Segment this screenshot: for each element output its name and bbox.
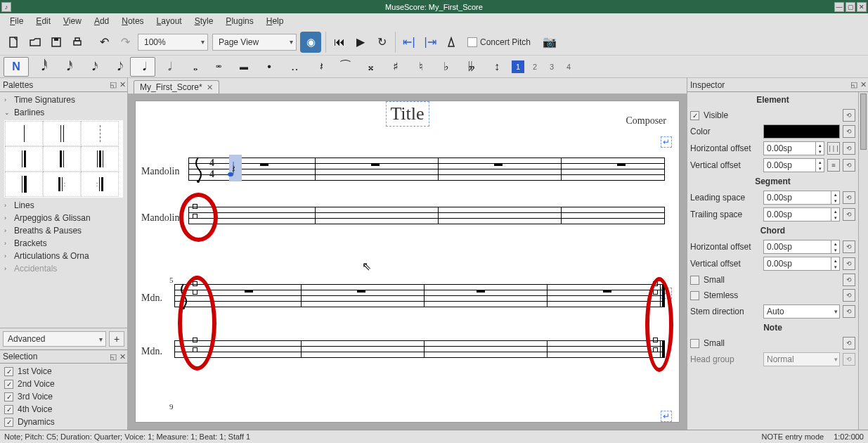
note-small-reset[interactable]: ⟲	[843, 337, 855, 349]
hoffset-extra[interactable]: |||	[827, 142, 840, 155]
barline-normal[interactable]	[5, 121, 43, 146]
small-reset[interactable]: ⟲	[843, 274, 855, 286]
visible-checkbox[interactable]: ✓	[690, 111, 699, 120]
voffset-reset[interactable]: ⟲	[843, 159, 855, 172]
menu-layout[interactable]: Layout	[150, 15, 188, 27]
chord-hoffset-input[interactable]: 0.00sp▴▾	[763, 240, 840, 254]
concert-pitch-checkbox[interactable]	[467, 37, 477, 47]
loop-button[interactable]: ↻	[371, 32, 392, 53]
stemdir-reset[interactable]: ⟲	[843, 305, 855, 318]
selection-float-icon[interactable]: ◱	[110, 352, 117, 361]
open-button[interactable]	[25, 32, 46, 53]
note-small-checkbox[interactable]	[690, 339, 699, 348]
voice3-checkbox[interactable]: ✓	[4, 392, 13, 402]
barline-start-repeat-only[interactable]: :	[43, 172, 81, 197]
palette-brackets[interactable]: ›Brackets	[0, 237, 127, 250]
barline-end-start-repeat[interactable]	[81, 146, 119, 172]
new-button[interactable]	[4, 32, 25, 53]
selection-close-icon[interactable]: ✕	[119, 352, 126, 361]
metronome-button[interactable]	[441, 32, 462, 53]
voice-1[interactable]: 1	[512, 60, 524, 73]
print-button[interactable]	[67, 32, 88, 53]
palette-accidentals[interactable]: ›Accidentals	[0, 262, 127, 275]
rewind-button[interactable]: ⏮	[329, 32, 350, 53]
leading-input[interactable]: 0.00sp▴▾	[763, 191, 840, 205]
flat[interactable]: ♭	[434, 57, 459, 77]
voice1-checkbox[interactable]: ✓	[4, 367, 13, 376]
midi-input-button[interactable]: ◉	[300, 32, 321, 53]
dynamics-checkbox[interactable]: ✓	[4, 418, 13, 427]
sharp[interactable]: ♯	[383, 57, 408, 77]
duration-32nd[interactable]: 𝅘𝅥𝅰	[54, 57, 79, 77]
palette-time-signatures[interactable]: ›Time Signatures	[0, 94, 127, 106]
voice-4[interactable]: 4	[562, 60, 575, 73]
palette-breaths[interactable]: ›Breaths & Pauses	[0, 224, 127, 237]
close-button[interactable]: ✕	[857, 2, 867, 12]
score-composer[interactable]: Composer	[626, 115, 666, 127]
save-button[interactable]	[46, 32, 67, 53]
score-page[interactable]: Title Composer ↵ ↵ ↵ Mandolin Mandolin 4…	[135, 101, 680, 423]
redo-button[interactable]: ↷	[115, 32, 136, 53]
color-picker[interactable]	[763, 124, 840, 139]
small-checkbox[interactable]	[690, 276, 699, 285]
zoom-selector[interactable]: 100%	[138, 34, 208, 51]
duration-breve[interactable]: ⚮	[206, 57, 231, 77]
chord-voffset-input[interactable]: 0.00sp▴▾	[763, 257, 840, 271]
palette-barlines[interactable]: ⌄Barlines	[0, 106, 127, 119]
add-workspace-button[interactable]: +	[109, 331, 124, 347]
document-tab[interactable]: My_First_Score* ✕	[134, 80, 219, 94]
play-button[interactable]: ▶	[350, 32, 371, 53]
loop-in-button[interactable]: ⇤|	[399, 32, 420, 53]
chord-hoffset-reset[interactable]: ⟲	[843, 240, 855, 253]
staff-2[interactable]	[174, 284, 665, 307]
duration-64th[interactable]: 𝅘𝅥𝅱	[29, 57, 54, 77]
menu-add[interactable]: Add	[88, 15, 115, 27]
maximize-button[interactable]: ▢	[846, 2, 855, 12]
duration-8th[interactable]: 𝅘𝅥𝅮	[105, 57, 130, 77]
tie-button[interactable]: ⁀	[332, 57, 358, 77]
tab-close-icon[interactable]: ✕	[207, 83, 213, 92]
barline-end-repeat[interactable]	[5, 146, 43, 172]
palette-lines[interactable]: ›Lines	[0, 199, 127, 212]
staff-1[interactable]: 44 𝄽	[188, 158, 665, 180]
voice2-checkbox[interactable]: ✓	[4, 380, 13, 389]
duration-half[interactable]: 𝅗𝅥	[155, 57, 181, 77]
barline-start-repeat[interactable]	[43, 146, 81, 172]
hoffset-input[interactable]: 0.00sp▴▾	[763, 141, 824, 155]
palettes-close-icon[interactable]: ✕	[119, 80, 126, 89]
barline-final[interactable]	[5, 172, 43, 197]
trailing-input[interactable]: 0.00sp▴▾	[763, 207, 840, 222]
image-capture-button[interactable]: 📷	[539, 32, 560, 53]
duration-quarter[interactable]: 𝅘𝅥	[130, 57, 155, 77]
flip-direction[interactable]: ↕	[484, 57, 510, 77]
color-reset[interactable]: ⟲	[843, 125, 855, 138]
double-sharp[interactable]: 𝄪	[358, 57, 383, 77]
palette-arpeggios[interactable]: ›Arpeggios & Glissan	[0, 212, 127, 224]
rest-button[interactable]: 𝄽	[307, 57, 332, 77]
voffset-input[interactable]: 0.00sp▴▾	[763, 158, 824, 172]
voffset-extra[interactable]: ≡	[827, 159, 840, 172]
menu-plugins[interactable]: Plugins	[219, 15, 259, 27]
loop-out-button[interactable]: |⇥	[420, 32, 441, 53]
hoffset-reset[interactable]: ⟲	[843, 142, 855, 155]
menu-edit[interactable]: Edit	[30, 15, 57, 27]
duration-whole[interactable]: 𝅝	[181, 57, 206, 77]
note-input-mode-button[interactable]: N	[4, 57, 29, 77]
staff-2-tab[interactable]	[174, 340, 665, 357]
duration-longa[interactable]: ▬	[231, 57, 257, 77]
double-dotted-note[interactable]: ‥	[282, 57, 307, 77]
trailing-reset[interactable]: ⟲	[843, 208, 855, 221]
inspector-float-icon[interactable]: ◱	[850, 80, 857, 89]
double-flat[interactable]: 𝄫	[459, 57, 484, 77]
menu-help[interactable]: Help	[260, 15, 290, 27]
view-mode-selector[interactable]: Page View	[212, 34, 297, 51]
staff-1-tab[interactable]	[188, 207, 665, 224]
score-scroll-area[interactable]: Title Composer ↵ ↵ ↵ Mandolin Mandolin 4…	[128, 94, 687, 430]
barline-dashed[interactable]	[81, 121, 119, 146]
stemless-checkbox[interactable]	[690, 291, 699, 300]
natural[interactable]: ♮	[408, 57, 434, 77]
barline-end-repeat-only[interactable]: :	[81, 172, 119, 197]
inspector-scrollbar[interactable]	[858, 92, 868, 430]
line-break-marker[interactable]: ↵	[661, 136, 672, 148]
inspector-close-icon[interactable]: ✕	[860, 80, 867, 89]
